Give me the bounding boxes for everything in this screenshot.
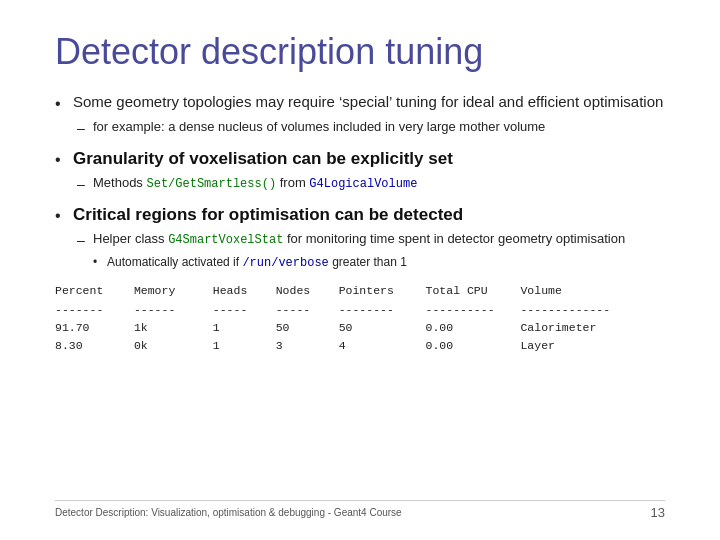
code-set-get-smartless: Set/GetSmartless(): [146, 177, 276, 191]
sub-text-2-1: Methods Set/GetSmartless() from G4Logica…: [93, 174, 417, 193]
sep-nodes: -----: [276, 301, 332, 319]
sep-volume: -------------: [520, 301, 620, 319]
sub-bullet-2-1: – Methods Set/GetSmartless() from G4Logi…: [77, 174, 665, 195]
sub-dash-3-1: –: [77, 230, 93, 251]
bullet-1: • Some geometry topologies may require ‘…: [55, 91, 665, 116]
row2-nodes: 3: [276, 337, 332, 355]
col-volume-header: Volume: [520, 282, 620, 300]
bullet-text-2: Granularity of voxelisation can be expli…: [73, 147, 453, 171]
col-pointers-header: Pointers: [339, 282, 419, 300]
table: Percent Memory Heads Nodes Pointers Tota…: [55, 282, 665, 356]
bullet-3: • Critical regions for optimisation can …: [55, 203, 665, 228]
sep-pointers: --------: [339, 301, 419, 319]
bullet-text-1: Some geometry topologies may require ‘sp…: [73, 91, 663, 112]
bullet-text-3: Critical regions for optimisation can be…: [73, 203, 463, 227]
sub-text-1-1: for example: a dense nucleus of volumes …: [93, 118, 545, 136]
table-row-2: 8.30 0k 1 3 4 0.00 Layer: [55, 337, 665, 355]
bullet-dot-2: •: [55, 148, 73, 172]
sep-heads: -----: [213, 301, 269, 319]
footer-page-number: 13: [651, 505, 665, 520]
footer-text: Detector Description: Visualization, opt…: [55, 507, 402, 518]
slide-content: • Some geometry topologies may require ‘…: [55, 91, 665, 492]
bullet-dot-1: •: [55, 92, 73, 116]
row1-nodes: 50: [276, 319, 332, 337]
footer: Detector Description: Visualization, opt…: [55, 500, 665, 520]
sub-text-3-1: Helper class G4SmartVoxelStat for monito…: [93, 230, 625, 249]
table-header-row: Percent Memory Heads Nodes Pointers Tota…: [55, 282, 665, 300]
row1-volume: Calorimeter: [520, 319, 620, 337]
col-total-cpu-header: Total CPU: [426, 282, 514, 300]
code-g4logical-volume: G4LogicalVolume: [309, 177, 417, 191]
row2-pointers: 4: [339, 337, 419, 355]
code-g4smart-voxel-stat: G4SmartVoxelStat: [168, 233, 283, 247]
row1-memory: 1k: [134, 319, 206, 337]
slide: Detector description tuning • Some geome…: [0, 0, 720, 540]
sub-bullet-1-1: – for example: a dense nucleus of volume…: [77, 118, 665, 139]
table-row-1: 91.70 1k 1 50 50 0.00 Calorimeter: [55, 319, 665, 337]
sub-dash-1-1: –: [77, 118, 93, 139]
sub-sub-dot-3-1-1: •: [93, 253, 107, 271]
table-section: Percent Memory Heads Nodes Pointers Tota…: [55, 282, 665, 356]
row2-percent: 8.30: [55, 337, 127, 355]
sub-dash-2-1: –: [77, 174, 93, 195]
bullet-dot-3: •: [55, 204, 73, 228]
sep-memory: ------: [134, 301, 206, 319]
sep-total-cpu: ----------: [426, 301, 514, 319]
col-nodes-header: Nodes: [276, 282, 332, 300]
row1-heads: 1: [213, 319, 269, 337]
col-heads-header: Heads: [213, 282, 269, 300]
row2-volume: Layer: [520, 337, 620, 355]
col-percent-header: Percent: [55, 282, 127, 300]
sub-sub-bullet-3-1-1: • Automatically activated if /run/verbos…: [93, 253, 665, 272]
col-memory-header: Memory: [134, 282, 206, 300]
row1-percent: 91.70: [55, 319, 127, 337]
row2-memory: 0k: [134, 337, 206, 355]
slide-title: Detector description tuning: [55, 30, 665, 73]
row2-heads: 1: [213, 337, 269, 355]
row1-pointers: 50: [339, 319, 419, 337]
sub-sub-text-3-1-1: Automatically activated if /run/verbose …: [107, 253, 407, 272]
sub-bullet-3-1: – Helper class G4SmartVoxelStat for moni…: [77, 230, 665, 251]
bullet-2: • Granularity of voxelisation can be exp…: [55, 147, 665, 172]
table-separator-row: ------- ------ ----- ----- -------- ----…: [55, 301, 665, 319]
row1-total-cpu: 0.00: [426, 319, 514, 337]
code-run-verbose: /run/verbose: [242, 256, 328, 270]
sep-percent: -------: [55, 301, 127, 319]
row2-total-cpu: 0.00: [426, 337, 514, 355]
